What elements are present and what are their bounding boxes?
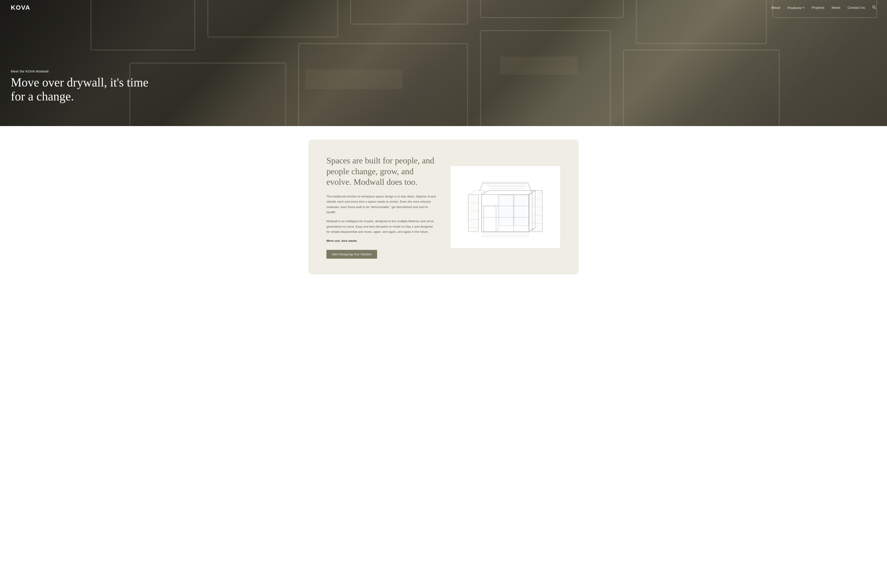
svg-line-20	[875, 8, 876, 9]
section-left-content: Spaces are built for people, and people …	[326, 155, 437, 259]
section-body-1: The traditional solution to workplace sp…	[326, 194, 437, 215]
svg-line-39	[468, 190, 476, 195]
svg-rect-17	[305, 69, 403, 89]
svg-line-27	[528, 182, 531, 190]
chevron-down-icon	[802, 6, 804, 9]
hero-section: KOVA About Products Projects News Co	[0, 0, 887, 126]
svg-rect-59	[499, 195, 513, 226]
svg-rect-18	[500, 57, 578, 75]
svg-rect-37	[484, 206, 496, 232]
nav-projects[interactable]: Projects	[812, 6, 824, 9]
svg-rect-9	[623, 50, 779, 126]
nav-news[interactable]: News	[831, 6, 840, 9]
nav-contact[interactable]: Contact Us	[848, 6, 865, 9]
svg-line-40	[479, 190, 486, 195]
modwall-diagram-svg	[460, 174, 551, 240]
section-bold-text: More use, less waste.	[326, 238, 437, 244]
svg-rect-8	[480, 31, 610, 126]
section-body-2: Modwall is an intelligent kit of parts, …	[326, 219, 437, 235]
nav-about[interactable]: About	[771, 6, 780, 9]
nav-products[interactable]: Products	[788, 6, 804, 10]
nav-links: About Products Projects News Contact Us	[771, 5, 876, 10]
main-nav: KOVA About Products Projects News Co	[0, 0, 887, 15]
search-icon[interactable]	[872, 6, 876, 10]
svg-line-26	[480, 182, 483, 190]
cta-start-designing[interactable]: Start Designing Your Solution	[326, 250, 377, 259]
hero-eyebrow: Meet the KOVA Modwall	[11, 69, 155, 73]
diagram-container	[450, 166, 561, 249]
section-right-diagram	[450, 166, 561, 249]
svg-rect-38	[468, 195, 479, 232]
hero-office-svg	[0, 0, 887, 126]
hero-headline: Move over drywall, it's time for a chang…	[11, 75, 155, 104]
svg-marker-31	[482, 190, 535, 195]
section-heading: Spaces are built for people, and people …	[326, 155, 437, 188]
modwall-section-card: Spaces are built for people, and people …	[308, 140, 579, 274]
svg-line-47	[529, 190, 532, 195]
svg-rect-60	[515, 195, 528, 226]
logo[interactable]: KOVA	[11, 4, 30, 11]
svg-rect-46	[532, 190, 543, 232]
hero-content: Meet the KOVA Modwall Move over drywall,…	[11, 69, 155, 104]
